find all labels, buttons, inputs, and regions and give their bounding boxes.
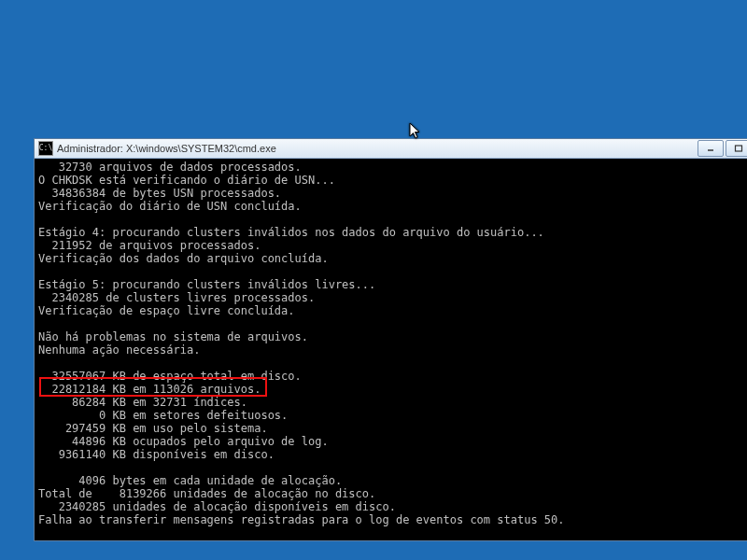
svg-rect-1 bbox=[736, 146, 742, 151]
window-title: Administrador: X:\windows\SYSTEM32\cmd.e… bbox=[57, 143, 276, 154]
cmd-icon: C:\ bbox=[38, 141, 53, 156]
titlebar[interactable]: C:\ Administrador: X:\windows\SYSTEM32\c… bbox=[35, 139, 747, 159]
cmd-window: C:\ Administrador: X:\windows\SYSTEM32\c… bbox=[34, 138, 747, 541]
window-controls bbox=[698, 140, 747, 157]
maximize-button[interactable] bbox=[726, 140, 747, 157]
minimize-button[interactable] bbox=[698, 140, 724, 157]
desktop: C:\ Administrador: X:\windows\SYSTEM32\c… bbox=[0, 0, 747, 560]
terminal-output[interactable]: 32730 arquivos de dados processados. O C… bbox=[35, 159, 747, 540]
